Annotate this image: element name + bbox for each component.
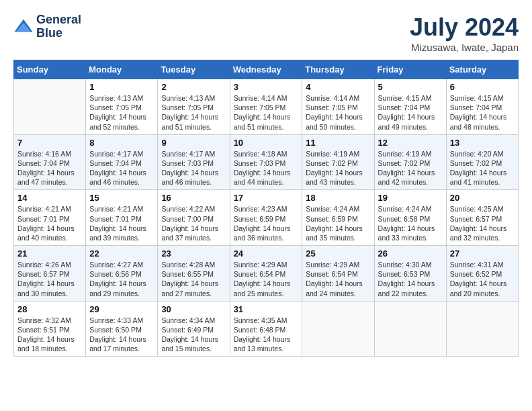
calendar-cell: 30Sunrise: 4:34 AM Sunset: 6:49 PM Dayli… xyxy=(158,301,230,357)
weekday-header-wednesday: Wednesday xyxy=(230,60,302,79)
day-info: Sunrise: 4:21 AM Sunset: 7:01 PM Dayligh… xyxy=(17,204,82,242)
day-number: 8 xyxy=(89,138,154,148)
weekday-header-saturday: Saturday xyxy=(446,60,518,79)
calendar-cell: 13Sunrise: 4:20 AM Sunset: 7:02 PM Dayli… xyxy=(446,134,518,190)
day-number: 16 xyxy=(161,193,226,203)
day-info: Sunrise: 4:14 AM Sunset: 7:05 PM Dayligh… xyxy=(306,93,370,132)
day-number: 29 xyxy=(89,304,154,314)
calendar-cell: 31Sunrise: 4:35 AM Sunset: 6:48 PM Dayli… xyxy=(230,301,302,357)
day-info: Sunrise: 4:15 AM Sunset: 7:04 PM Dayligh… xyxy=(450,93,515,132)
weekday-header-friday: Friday xyxy=(374,60,446,79)
calendar-cell: 21Sunrise: 4:26 AM Sunset: 6:57 PM Dayli… xyxy=(14,246,86,302)
calendar-cell: 16Sunrise: 4:22 AM Sunset: 7:00 PM Dayli… xyxy=(158,190,230,246)
day-info: Sunrise: 4:20 AM Sunset: 7:02 PM Dayligh… xyxy=(450,149,515,187)
calendar-cell: 29Sunrise: 4:33 AM Sunset: 6:50 PM Dayli… xyxy=(86,301,158,357)
calendar-cell: 27Sunrise: 4:31 AM Sunset: 6:52 PM Dayli… xyxy=(446,246,518,302)
day-number: 7 xyxy=(17,138,82,148)
weekday-header-tuesday: Tuesday xyxy=(158,60,230,79)
calendar-cell: 14Sunrise: 4:21 AM Sunset: 7:01 PM Dayli… xyxy=(14,190,86,246)
day-number: 19 xyxy=(378,193,443,203)
weekday-header-thursday: Thursday xyxy=(302,60,374,79)
calendar-cell: 11Sunrise: 4:19 AM Sunset: 7:02 PM Dayli… xyxy=(302,134,374,190)
day-number: 14 xyxy=(17,193,82,203)
location: Mizusawa, Iwate, Japan xyxy=(410,42,519,53)
day-info: Sunrise: 4:15 AM Sunset: 7:04 PM Dayligh… xyxy=(378,93,443,132)
calendar-cell: 3Sunrise: 4:14 AM Sunset: 7:05 PM Daylig… xyxy=(230,79,302,135)
calendar-cell: 20Sunrise: 4:25 AM Sunset: 6:57 PM Dayli… xyxy=(446,190,518,246)
day-info: Sunrise: 4:28 AM Sunset: 6:55 PM Dayligh… xyxy=(161,260,226,298)
weekday-header-sunday: Sunday xyxy=(14,60,86,79)
title-block: July 2024 Mizusawa, Iwate, Japan xyxy=(410,13,519,53)
calendar-cell: 5Sunrise: 4:15 AM Sunset: 7:04 PM Daylig… xyxy=(374,79,446,135)
calendar-table: SundayMondayTuesdayWednesdayThursdayFrid… xyxy=(13,60,519,357)
day-info: Sunrise: 4:24 AM Sunset: 6:58 PM Dayligh… xyxy=(378,204,443,242)
day-info: Sunrise: 4:13 AM Sunset: 7:05 PM Dayligh… xyxy=(89,93,154,132)
day-number: 13 xyxy=(450,138,515,148)
calendar-cell: 2Sunrise: 4:13 AM Sunset: 7:05 PM Daylig… xyxy=(158,79,230,135)
page-header: General Blue July 2024 Mizusawa, Iwate, … xyxy=(13,13,519,53)
day-number: 30 xyxy=(161,304,226,314)
day-number: 22 xyxy=(89,248,154,259)
day-number: 18 xyxy=(306,193,370,203)
day-info: Sunrise: 4:13 AM Sunset: 7:05 PM Dayligh… xyxy=(161,93,226,132)
day-number: 24 xyxy=(234,248,299,259)
calendar-cell: 6Sunrise: 4:15 AM Sunset: 7:04 PM Daylig… xyxy=(446,79,518,135)
day-number: 17 xyxy=(234,193,299,203)
day-info: Sunrise: 4:16 AM Sunset: 7:04 PM Dayligh… xyxy=(17,149,82,187)
day-info: Sunrise: 4:35 AM Sunset: 6:48 PM Dayligh… xyxy=(234,316,299,354)
day-info: Sunrise: 4:18 AM Sunset: 7:03 PM Dayligh… xyxy=(234,149,299,187)
calendar-cell: 26Sunrise: 4:30 AM Sunset: 6:53 PM Dayli… xyxy=(374,246,446,302)
logo-text: General Blue xyxy=(36,13,81,40)
logo: General Blue xyxy=(13,13,81,40)
calendar-cell: 4Sunrise: 4:14 AM Sunset: 7:05 PM Daylig… xyxy=(302,79,374,135)
day-info: Sunrise: 4:17 AM Sunset: 7:03 PM Dayligh… xyxy=(161,149,226,187)
weekday-header-monday: Monday xyxy=(86,60,158,79)
calendar-cell xyxy=(302,301,374,357)
day-number: 27 xyxy=(450,248,515,259)
calendar-cell: 10Sunrise: 4:18 AM Sunset: 7:03 PM Dayli… xyxy=(230,134,302,190)
day-number: 12 xyxy=(378,138,443,148)
month-title: July 2024 xyxy=(410,13,519,42)
day-info: Sunrise: 4:29 AM Sunset: 6:54 PM Dayligh… xyxy=(234,260,299,298)
day-info: Sunrise: 4:34 AM Sunset: 6:49 PM Dayligh… xyxy=(161,316,226,354)
day-info: Sunrise: 4:29 AM Sunset: 6:54 PM Dayligh… xyxy=(306,260,370,298)
day-info: Sunrise: 4:25 AM Sunset: 6:57 PM Dayligh… xyxy=(450,204,515,242)
logo-icon xyxy=(13,17,34,37)
calendar-cell: 25Sunrise: 4:29 AM Sunset: 6:54 PM Dayli… xyxy=(302,246,374,302)
day-info: Sunrise: 4:22 AM Sunset: 7:00 PM Dayligh… xyxy=(161,204,226,242)
calendar-cell: 1Sunrise: 4:13 AM Sunset: 7:05 PM Daylig… xyxy=(86,79,158,135)
calendar-cell: 17Sunrise: 4:23 AM Sunset: 6:59 PM Dayli… xyxy=(230,190,302,246)
day-number: 15 xyxy=(89,193,154,203)
day-info: Sunrise: 4:19 AM Sunset: 7:02 PM Dayligh… xyxy=(306,149,370,187)
day-info: Sunrise: 4:19 AM Sunset: 7:02 PM Dayligh… xyxy=(378,149,443,187)
day-number: 21 xyxy=(17,248,82,259)
calendar-cell xyxy=(14,79,86,135)
day-info: Sunrise: 4:21 AM Sunset: 7:01 PM Dayligh… xyxy=(89,204,154,242)
day-info: Sunrise: 4:23 AM Sunset: 6:59 PM Dayligh… xyxy=(234,204,299,242)
calendar-cell: 22Sunrise: 4:27 AM Sunset: 6:56 PM Dayli… xyxy=(86,246,158,302)
calendar-cell: 28Sunrise: 4:32 AM Sunset: 6:51 PM Dayli… xyxy=(14,301,86,357)
day-info: Sunrise: 4:32 AM Sunset: 6:51 PM Dayligh… xyxy=(17,316,82,354)
calendar-cell: 7Sunrise: 4:16 AM Sunset: 7:04 PM Daylig… xyxy=(14,134,86,190)
day-number: 10 xyxy=(234,138,299,148)
day-number: 4 xyxy=(306,82,370,92)
calendar-cell: 19Sunrise: 4:24 AM Sunset: 6:58 PM Dayli… xyxy=(374,190,446,246)
day-number: 28 xyxy=(17,304,82,314)
day-info: Sunrise: 4:31 AM Sunset: 6:52 PM Dayligh… xyxy=(450,260,515,298)
day-number: 11 xyxy=(306,138,370,148)
day-number: 2 xyxy=(161,82,226,92)
day-number: 26 xyxy=(378,248,443,259)
calendar-cell xyxy=(446,301,518,357)
calendar-cell: 18Sunrise: 4:24 AM Sunset: 6:59 PM Dayli… xyxy=(302,190,374,246)
calendar-cell: 15Sunrise: 4:21 AM Sunset: 7:01 PM Dayli… xyxy=(86,190,158,246)
day-number: 20 xyxy=(450,193,515,203)
day-info: Sunrise: 4:33 AM Sunset: 6:50 PM Dayligh… xyxy=(89,316,154,354)
calendar-cell: 23Sunrise: 4:28 AM Sunset: 6:55 PM Dayli… xyxy=(158,246,230,302)
day-number: 31 xyxy=(234,304,299,314)
calendar-cell: 8Sunrise: 4:17 AM Sunset: 7:04 PM Daylig… xyxy=(86,134,158,190)
day-number: 9 xyxy=(161,138,226,148)
calendar-cell: 12Sunrise: 4:19 AM Sunset: 7:02 PM Dayli… xyxy=(374,134,446,190)
day-info: Sunrise: 4:30 AM Sunset: 6:53 PM Dayligh… xyxy=(378,260,443,298)
calendar-cell xyxy=(374,301,446,357)
day-number: 23 xyxy=(161,248,226,259)
